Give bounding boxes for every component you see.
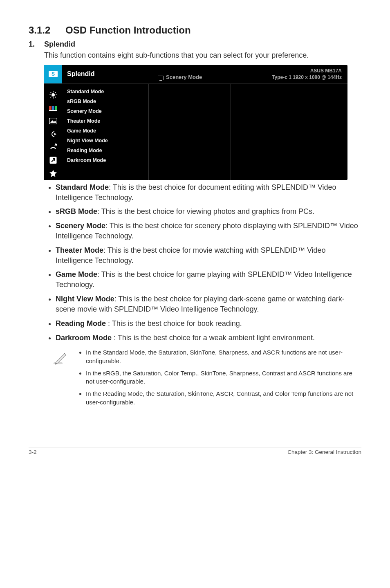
item-description: This function contains eight sub-functio…: [44, 50, 361, 60]
osd-header-mode-text: Scenery Mode: [166, 74, 202, 80]
svg-rect-10: [52, 106, 54, 110]
bullet-item: Game Mode: This is the best choice for g…: [56, 269, 361, 290]
item-number: 1.: [29, 40, 44, 49]
osd-header-info: ASUS MB17A Type-c 1 1920 x 1080 @ 144Hz: [240, 65, 347, 83]
item-title: Splendid: [44, 40, 75, 48]
note-item: In the Standard Mode, the Saturation, Sk…: [86, 348, 357, 365]
svg-point-0: [52, 93, 55, 97]
settings-icon[interactable]: [49, 143, 58, 152]
osd-preview-area: [148, 84, 347, 180]
osd-header: S Splendid Scenery Mode ASUS MB17A Type-…: [44, 65, 347, 84]
bullet-bold: Theater Mode: [56, 246, 103, 254]
osd-header-mode: Scenery Mode: [158, 65, 240, 83]
note-item: In the Reading Mode, the Saturation, Ski…: [86, 390, 357, 406]
svg-line-8: [51, 97, 52, 97]
footer-page-number: 3-2: [29, 449, 37, 455]
pencil-note-icon: [52, 348, 69, 411]
list-item[interactable]: Theater Mode: [62, 116, 148, 126]
note-divider: [82, 414, 333, 414]
osd-sidebar-icons: [44, 84, 62, 180]
svg-rect-11: [55, 106, 57, 110]
image-icon[interactable]: [49, 117, 58, 126]
osd-header-icon-cell: S: [44, 65, 62, 83]
svg-line-6: [55, 97, 56, 97]
shortcut-icon[interactable]: [49, 156, 58, 165]
section-number: 3.1.2: [29, 25, 65, 36]
bullet-bold: Game Mode: [56, 270, 97, 278]
section-heading: 3.1.2OSD Function Introduction: [29, 25, 361, 36]
brightness-icon[interactable]: [49, 90, 58, 99]
svg-line-7: [55, 92, 56, 93]
bullet-bold: Darkroom Mode: [56, 334, 112, 342]
bullet-text: : This is the best choice for book readi…: [106, 319, 242, 328]
osd-header-title: Splendid: [62, 65, 158, 83]
bullet-text: : This is the best choice for viewing ph…: [97, 207, 314, 215]
bullet-text: : This is the best choice for game playi…: [56, 270, 352, 289]
osd-mode-list: Standard Mode sRGB Mode Scenery Mode The…: [62, 84, 148, 180]
svg-rect-12: [49, 110, 57, 111]
bullet-bold: Standard Mode: [56, 183, 109, 191]
osd-body: Standard Mode sRGB Mode Scenery Mode The…: [44, 84, 347, 180]
item-row: 1.Splendid: [29, 40, 361, 49]
list-item[interactable]: sRGB Mode: [62, 97, 148, 106]
bullet-bold: Night View Mode: [56, 295, 114, 303]
note-item: In the sRGB, the Saturation, Color Temp.…: [86, 369, 357, 386]
list-item[interactable]: Reading Mode: [62, 146, 148, 155]
color-icon[interactable]: [49, 103, 58, 112]
favorite-icon[interactable]: [49, 169, 58, 178]
bullet-text: : This is the best choice for a weak amb…: [112, 334, 315, 342]
note-block: In the Standard Mode, the Saturation, Sk…: [52, 348, 361, 413]
svg-line-5: [51, 92, 52, 93]
bullet-item: Scenery Mode: This is the best choice fo…: [56, 221, 361, 241]
list-item[interactable]: Scenery Mode: [62, 106, 148, 116]
bullet-item: Reading Mode : This is the best choice f…: [56, 319, 361, 329]
bullet-item: Night View Mode: This is the best choice…: [56, 294, 361, 314]
bullet-item: Darkroom Mode : This is the best choice …: [56, 333, 361, 343]
footer-chapter: Chapter 3: General Instruction: [287, 449, 361, 455]
bullet-bold: Scenery Mode: [56, 222, 105, 230]
input-icon[interactable]: [49, 130, 58, 139]
section-title: OSD Function Introduction: [65, 25, 191, 36]
bullet-item: Theater Mode: This is the best choice fo…: [56, 245, 361, 266]
bullet-bold: Reading Mode: [56, 319, 106, 328]
splendid-s-icon: S: [49, 71, 58, 77]
mode-descriptions: Standard Mode: This is the best choice f…: [44, 182, 361, 343]
list-item[interactable]: Standard Mode: [62, 87, 148, 97]
bullet-item: Standard Mode: This is the best choice f…: [56, 182, 361, 203]
osd-resolution: Type-c 1 1920 x 1080 @ 144Hz: [240, 74, 342, 81]
monitor-icon: [158, 76, 164, 80]
osd-model: ASUS MB17A: [240, 67, 342, 74]
note-list: In the Standard Mode, the Saturation, Sk…: [77, 348, 361, 411]
bullet-bold: sRGB Mode: [56, 207, 97, 215]
list-item[interactable]: Darkroom Mode: [62, 155, 148, 165]
bullet-item: sRGB Mode: This is the best choice for v…: [56, 206, 361, 217]
list-item[interactable]: Night View Mode: [62, 136, 148, 146]
list-item[interactable]: Game Mode: [62, 126, 148, 136]
osd-panel: S Splendid Scenery Mode ASUS MB17A Type-…: [44, 65, 347, 180]
svg-rect-9: [49, 106, 52, 110]
page-footer: 3-2 Chapter 3: General Instruction: [29, 447, 361, 455]
